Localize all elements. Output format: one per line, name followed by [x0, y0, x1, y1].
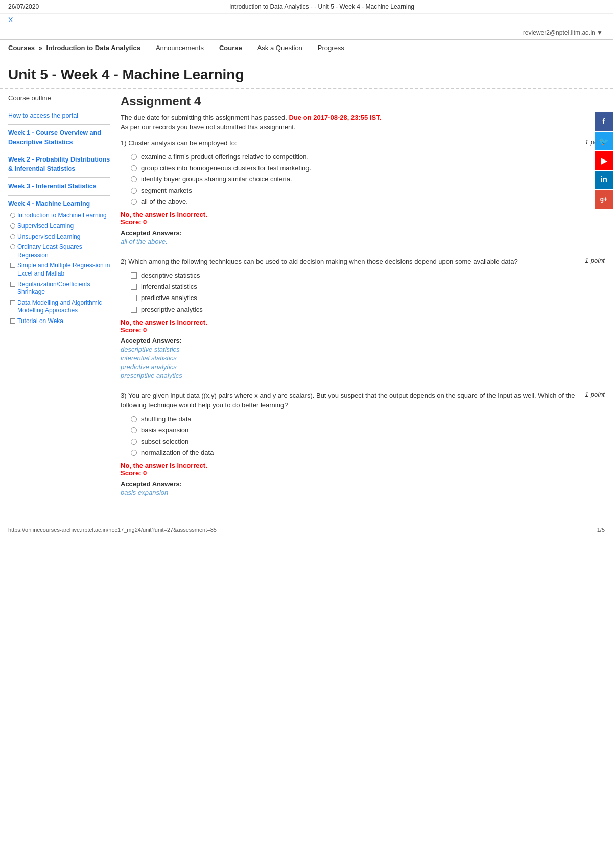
incorrect-label-1: No, the answer is incorrect. [121, 211, 605, 218]
sidebar-divider-1 [8, 107, 110, 107]
due-date-highlight: Due on 2017-08-28, 23:55 IST. [289, 113, 382, 121]
question-3-header: 3) You are given input data ((x,y) pairs… [121, 391, 605, 410]
course-link[interactable]: Introduction to Data Analytics [46, 44, 140, 52]
option-2-2[interactable]: inferential statistics [131, 282, 605, 291]
subitem-label-7[interactable]: Tutorial on Weka [17, 317, 63, 326]
question-1-text: 1) Cluster analysis can be employed to: [121, 138, 585, 148]
checkbox-icon [131, 307, 137, 313]
subitem-label-1[interactable]: Supervised Learning [17, 222, 74, 231]
sidebar-item-week4[interactable]: Week 4 - Machine Learning [8, 200, 110, 209]
accepted-answer-2-3: predictive analytics [121, 363, 605, 371]
page-main-title: Unit 5 - Week 4 - Machine Learning [8, 66, 605, 83]
page-header: Unit 5 - Week 4 - Machine Learning [0, 56, 613, 89]
option-1-3[interactable]: identify buyer groups sharing similar ch… [131, 175, 605, 184]
subitem-label-4[interactable]: Simple and Multiple Regression in Excel … [17, 262, 110, 278]
googleplus-button[interactable]: g+ [595, 190, 613, 209]
score-label-2: Score: 0 [121, 326, 605, 334]
sidebar-subitem-0[interactable]: Introduction to Machine Learning [8, 212, 110, 220]
question-1-options: examine a firm's product offerings relat… [121, 152, 605, 207]
social-sidebar: f 🐦 ▶ in g+ [595, 112, 613, 209]
breadcrumb: Courses » Introduction to Data Analytics [8, 44, 140, 52]
option-1-5[interactable]: all of the above. [131, 197, 605, 207]
accepted-answer-2-1: descriptive statistics [121, 346, 605, 353]
subitem-label-6[interactable]: Data Modelling and Algorithmic Modelling… [17, 299, 110, 315]
dot-icon-1 [10, 223, 15, 229]
option-1-2[interactable]: group cities into homogeneous clusters f… [131, 164, 605, 173]
sidebar-item-howto[interactable]: How to access the portal [8, 111, 110, 121]
accepted-answer-1-1: all of the above. [121, 238, 605, 245]
subitem-label-3[interactable]: Ordinary Least Squares Regression [17, 243, 110, 259]
option-2-1[interactable]: descriptive statistics [131, 271, 605, 280]
option-3-1[interactable]: shuffling the data [131, 415, 605, 424]
main-layout: Course outline How to access the portal … [0, 89, 613, 513]
youtube-button[interactable]: ▶ [595, 151, 613, 170]
sq-icon-7 [10, 318, 15, 324]
option-3-2[interactable]: basis expansion [131, 426, 605, 435]
subitem-label-0[interactable]: Introduction to Machine Learning [17, 212, 107, 220]
option-1-4[interactable]: segment markets [131, 186, 605, 195]
sidebar-subitem-4[interactable]: Simple and Multiple Regression in Excel … [8, 262, 110, 278]
subitem-label-2[interactable]: Unsupervised Learning [17, 233, 80, 241]
option-2-3[interactable]: predictive analytics [131, 293, 605, 303]
radio-icon [131, 427, 137, 433]
top-bar: 26/07/2020 Introduction to Data Analytic… [0, 0, 613, 14]
not-submitted: As per our records you have not submitte… [121, 123, 605, 131]
sidebar-subitem-3[interactable]: Ordinary Least Squares Regression [8, 243, 110, 259]
incorrect-label-2: No, the answer is incorrect. [121, 318, 605, 326]
accepted-label-2: Accepted Answers: [121, 337, 605, 345]
radio-icon [131, 199, 137, 205]
sidebar-divider-3 [8, 151, 110, 151]
sq-icon-5 [10, 282, 15, 287]
twitter-button[interactable]: 🐦 [595, 132, 613, 150]
courses-link[interactable]: Courses [8, 44, 35, 52]
bottom-page: 1/5 [597, 527, 605, 533]
dot-icon-2 [10, 234, 15, 239]
radio-icon [131, 450, 137, 456]
user-email[interactable]: reviewer2@nptel.iitm.ac.in ▼ [523, 29, 603, 36]
option-2-4[interactable]: prescriptive analytics [131, 305, 605, 314]
sidebar-item-week3[interactable]: Week 3 - Inferential Statistics [8, 182, 110, 191]
question-3-text: 3) You are given input data ((x,y) pairs… [121, 391, 585, 410]
checkbox-icon [131, 284, 137, 290]
course-nav-link[interactable]: Course [219, 44, 242, 52]
sq-icon-4 [10, 263, 15, 268]
announcements-link[interactable]: Announcements [156, 44, 204, 52]
radio-icon [131, 165, 137, 171]
breadcrumb-sep: » [39, 44, 42, 52]
sidebar-item-week1[interactable]: Week 1 - Course Overview and Descriptive… [8, 129, 110, 147]
content-area: Assignment 4 The due date for submitting… [121, 94, 605, 508]
option-1-1[interactable]: examine a firm's product offerings relat… [131, 152, 605, 162]
subitem-label-5[interactable]: Regularization/Coefficients Shrinkage [17, 281, 110, 296]
question-2-points: 1 point [585, 257, 605, 264]
accepted-label-3: Accepted Answers: [121, 480, 605, 488]
sidebar-subitem-2[interactable]: Unsupervised Learning [8, 233, 110, 241]
question-2-result: No, the answer is incorrect. Score: 0 [121, 318, 605, 334]
question-3-points: 1 point [585, 391, 605, 398]
accepted-answer-3-1: basis expansion [121, 489, 605, 496]
sidebar-subitem-6[interactable]: Data Modelling and Algorithmic Modelling… [8, 299, 110, 315]
option-3-4[interactable]: normalization of the data [131, 448, 605, 458]
close-button[interactable]: X [0, 14, 613, 26]
accepted-label-1: Accepted Answers: [121, 229, 605, 237]
question-1-result: No, the answer is incorrect. Score: 0 [121, 211, 605, 226]
sidebar-divider-4 [8, 177, 110, 178]
sidebar-divider-2 [8, 124, 110, 125]
score-label-1: Score: 0 [121, 218, 605, 226]
sidebar-subitem-5[interactable]: Regularization/Coefficients Shrinkage [8, 281, 110, 296]
question-3: 3) You are given input data ((x,y) pairs… [121, 391, 605, 497]
radio-icon [131, 416, 137, 422]
dot-icon-3 [10, 244, 15, 249]
course-sidebar: Course outline How to access the portal … [8, 94, 110, 508]
linkedin-button[interactable]: in [595, 171, 613, 189]
sidebar-subitem-1[interactable]: Supervised Learning [8, 222, 110, 231]
progress-link[interactable]: Progress [318, 44, 344, 52]
sidebar-item-week2[interactable]: Week 2 - Probability Distributions & Inf… [8, 155, 110, 173]
radio-icon [131, 188, 137, 194]
sq-icon-6 [10, 300, 15, 305]
sidebar-subitem-7[interactable]: Tutorial on Weka [8, 317, 110, 326]
option-3-3[interactable]: subset selection [131, 437, 605, 446]
facebook-button[interactable]: f [595, 112, 613, 131]
user-row: reviewer2@nptel.iitm.ac.in ▼ [0, 26, 613, 39]
bottom-bar: https://onlinecourses-archive.nptel.ac.i… [0, 523, 613, 536]
ask-question-link[interactable]: Ask a Question [257, 44, 302, 52]
